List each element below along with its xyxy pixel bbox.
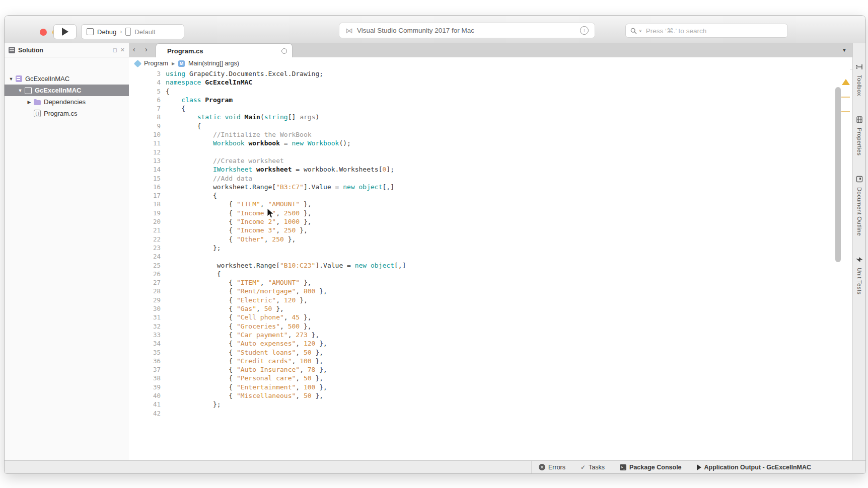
line-number: 5 <box>129 87 161 96</box>
caret-down-icon[interactable]: ▼ <box>8 76 15 82</box>
status-pad-errors[interactable]: ✕Errors <box>539 464 565 471</box>
status-pad-tasks[interactable]: ✓Tasks <box>581 464 605 471</box>
code-line: 18 { "ITEM", "AMOUNT" }, <box>129 200 850 208</box>
code-line: 19 { "Income 1", 2500 }, <box>129 209 850 217</box>
project-icon <box>25 87 32 94</box>
line-number: 35 <box>129 348 161 357</box>
code-line: 10 //Initialize the WorkBook <box>129 130 850 139</box>
close-window-button[interactable] <box>40 29 47 36</box>
status-pad-label: Errors <box>548 464 565 471</box>
code-text: worksheet.Range["B3:C7"].Value = new obj… <box>166 183 394 191</box>
breadcrumb-item[interactable]: Program <box>144 60 168 67</box>
status-pad-application-output-gcexcelinmac[interactable]: Application Output - GcExcelInMAC <box>697 464 812 471</box>
updates-icon[interactable]: ↑ <box>580 26 589 35</box>
line-number: 11 <box>129 139 161 147</box>
code-line: 42 <box>129 409 850 418</box>
code-text: //Create worksheet <box>166 156 284 165</box>
line-number: 41 <box>129 400 161 409</box>
global-search-input[interactable]: ∨ Press ‘⌘.’ to search <box>625 24 788 38</box>
editor-vertical-scrollbar[interactable] <box>835 87 841 262</box>
code-text: worksheet.Range["B10:C23"].Value = new o… <box>166 261 406 270</box>
navigate-forward-button[interactable]: › <box>145 45 148 53</box>
line-number: 32 <box>129 322 161 331</box>
code-line: 12 <box>129 148 850 156</box>
window-title-pill: ⋈ Visual Studio Community 2017 for Mac ↑ <box>339 23 595 38</box>
line-number: 16 <box>129 183 161 191</box>
unit-tests-icon <box>856 256 862 265</box>
right-tab-unit-tests[interactable]: Unit Tests <box>853 256 865 294</box>
code-line: 14 IWorksheet worksheet = workbook.Works… <box>129 165 850 174</box>
code-line: 11 Workbook workbook = new Workbook(); <box>129 139 850 147</box>
code-line: 27 { "ITEM", "AMOUNT" }, <box>129 278 850 287</box>
tab-overflow-chevron-icon[interactable]: ▼ <box>842 47 847 53</box>
right-tab-label: Document Outline <box>856 187 862 236</box>
code-line: 20 { "Income 2", 1000 }, <box>129 217 850 226</box>
close-pad-icon[interactable]: ✕ <box>120 47 125 53</box>
run-button[interactable] <box>53 24 77 39</box>
code-text: }; <box>166 400 221 409</box>
code-text: using GrapeCity.Documents.Excel.Drawing; <box>166 69 323 78</box>
code-line: 34 { "Auto expenses", 120 }, <box>129 339 850 348</box>
tab-label: Program.cs <box>167 47 281 55</box>
navigate-back-button[interactable]: ‹ <box>133 45 135 53</box>
status-pad-package-console[interactable]: >_Package Console <box>620 464 682 471</box>
line-number: 14 <box>129 165 161 174</box>
window-title: Visual Studio Community 2017 for Mac <box>357 27 474 34</box>
document-outline-icon <box>856 176 863 185</box>
code-text: { "Auto Insurance", 78 }, <box>166 365 327 374</box>
tree-item-label: GcExcelInMAC <box>25 75 69 83</box>
code-line: 17 { <box>129 191 850 200</box>
tree-item-gcexcelinmac[interactable]: ▼GcExcelInMAC <box>5 73 129 85</box>
tab-program-cs[interactable]: Program.cs <box>156 43 293 58</box>
right-tab-toolbox[interactable]: Toolbox <box>853 63 865 96</box>
line-number: 33 <box>129 331 161 339</box>
line-number: 18 <box>129 200 161 208</box>
caret-down-icon[interactable]: ▼ <box>17 88 24 93</box>
right-tab-properties[interactable]: Properties <box>853 116 865 155</box>
configuration-label: Debug <box>97 28 116 36</box>
build-configuration-selector[interactable]: Debug › Default <box>81 24 184 39</box>
dock-pad-icon[interactable]: ◻ <box>113 47 117 53</box>
solution-pad-icon <box>9 47 15 53</box>
code-line: 39 { "Entertainment", 100 }, <box>129 383 850 391</box>
code-line: 28 { "Rent/mortgage", 800 }, <box>129 287 850 295</box>
code-text: class Program <box>166 96 233 104</box>
search-scope-chevron-icon: ∨ <box>639 29 642 33</box>
line-number: 6 <box>129 96 161 104</box>
line-number: 26 <box>129 270 161 278</box>
code-text: //Add data <box>166 174 252 183</box>
code-line: 21 { "Income 3", 250 }, <box>129 226 850 234</box>
right-tab-document-outline[interactable]: Document Outline <box>853 176 865 236</box>
line-number: 30 <box>129 304 161 313</box>
breadcrumb-item[interactable]: Main(string[] args) <box>188 60 239 67</box>
change-annotation-mark <box>841 97 850 98</box>
caret-right-icon[interactable]: ▶ <box>26 100 33 105</box>
code-editor[interactable]: 3using GrapeCity.Documents.Excel.Drawing… <box>129 69 850 461</box>
code-text: { <box>166 87 170 96</box>
line-number: 27 <box>129 278 161 287</box>
code-text: { <box>166 270 221 278</box>
line-number: 37 <box>129 365 161 374</box>
scroll-to-top-marker-icon[interactable] <box>842 79 850 85</box>
tree-item-label: Dependencies <box>44 98 86 106</box>
code-text: { "Car payment", 273 }, <box>166 331 319 339</box>
line-number: 21 <box>129 226 161 234</box>
status-pad-label: Application Output - GcExcelInMAC <box>704 464 812 471</box>
line-number: 39 <box>129 383 161 391</box>
line-number: 4 <box>129 78 161 87</box>
tree-item-program.cs[interactable]: {}Program.cs <box>5 108 129 119</box>
code-text: { "ITEM", "AMOUNT" }, <box>166 278 312 287</box>
code-line: 40 { "Miscellaneous", 50 }, <box>129 391 850 400</box>
code-text: { "ITEM", "AMOUNT" }, <box>166 200 312 208</box>
code-text: { "Cell phone", 45 }, <box>166 313 312 321</box>
tree-item-dependencies[interactable]: ▶Dependencies <box>5 96 129 108</box>
method-icon: M <box>178 60 185 67</box>
code-text: { "Income 3", 250 }, <box>166 226 308 234</box>
code-line: 7 { <box>129 104 850 113</box>
tree-item-gcexcelinmac[interactable]: ▼GcExcelInMAC <box>5 85 129 96</box>
code-line: 41 }; <box>129 400 850 409</box>
code-line: 23 }; <box>129 243 850 252</box>
line-number: 31 <box>129 313 161 321</box>
code-text: namespace GcExcelInMAC <box>166 78 252 87</box>
solution-icon <box>16 75 22 82</box>
